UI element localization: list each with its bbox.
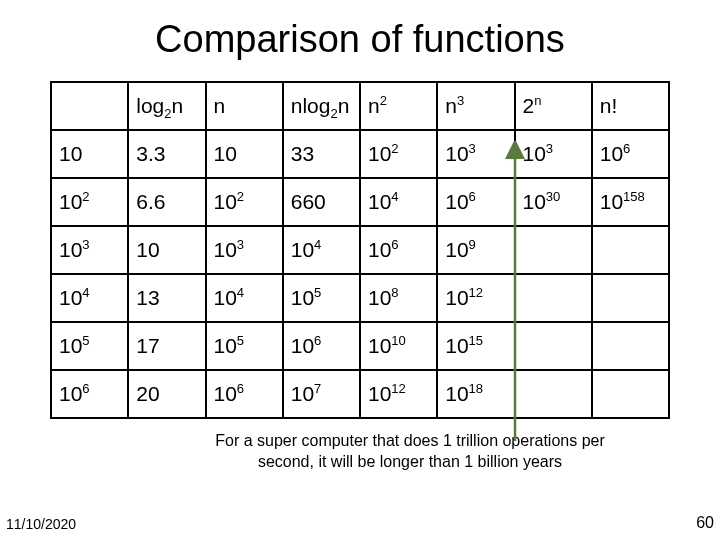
complexity-table: log2nnnlog2nn2n32nn!103.3103310210310310… [50,81,670,419]
data-cell [515,226,592,274]
data-cell: 108 [360,274,437,322]
data-cell: 106 [437,178,514,226]
header-cell: nlog2n [283,82,360,130]
data-cell [592,226,669,274]
data-cell: 10 [128,226,205,274]
data-cell: 105 [206,322,283,370]
data-cell: 106 [283,322,360,370]
data-cell: 106 [592,130,669,178]
row-header-cell: 104 [51,274,128,322]
data-cell: 17 [128,322,205,370]
data-cell [515,274,592,322]
header-cell-blank [51,82,128,130]
data-cell: 1012 [437,274,514,322]
footer-date: 11/10/2020 [6,516,76,532]
data-cell: 10 [206,130,283,178]
data-cell: 1030 [515,178,592,226]
data-cell: 1010 [360,322,437,370]
data-cell: 102 [206,178,283,226]
row-header-cell: 10 [51,130,128,178]
row-header-cell: 105 [51,322,128,370]
data-cell: 1012 [360,370,437,418]
data-cell: 103 [515,130,592,178]
data-cell: 1015 [437,322,514,370]
data-cell [515,322,592,370]
data-cell: 33 [283,130,360,178]
table-row: 10310103104106109 [51,226,669,274]
data-cell: 103 [437,130,514,178]
header-cell: n2 [360,82,437,130]
data-cell: 20 [128,370,205,418]
data-cell [515,370,592,418]
data-cell: 103 [206,226,283,274]
caption-text: For a super computer that does 1 trillio… [0,419,720,473]
row-header-cell: 102 [51,178,128,226]
slide-title: Comparison of functions [0,0,720,81]
data-cell [592,274,669,322]
table-row: 104131041051081012 [51,274,669,322]
data-cell: 107 [283,370,360,418]
header-cell: n [206,82,283,130]
data-cell: 104 [360,178,437,226]
header-cell: n3 [437,82,514,130]
table-container: log2nnnlog2nn2n32nn!103.3103310210310310… [0,81,720,419]
data-cell: 106 [206,370,283,418]
data-cell: 102 [360,130,437,178]
footer-page-number: 60 [696,514,714,532]
table-row: 1051710510610101015 [51,322,669,370]
table-row: 1062010610710121018 [51,370,669,418]
data-cell: 109 [437,226,514,274]
header-cell: 2n [515,82,592,130]
data-cell [592,370,669,418]
data-cell: 106 [360,226,437,274]
table-row: 103.31033102103103106 [51,130,669,178]
data-cell: 13 [128,274,205,322]
data-cell: 10158 [592,178,669,226]
data-cell: 105 [283,274,360,322]
data-cell: 104 [283,226,360,274]
data-cell: 104 [206,274,283,322]
header-cell: n! [592,82,669,130]
data-cell [592,322,669,370]
table-header-row: log2nnnlog2nn2n32nn! [51,82,669,130]
data-cell: 3.3 [128,130,205,178]
row-header-cell: 106 [51,370,128,418]
data-cell: 6.6 [128,178,205,226]
data-cell: 1018 [437,370,514,418]
row-header-cell: 103 [51,226,128,274]
table-row: 1026.6102660104106103010158 [51,178,669,226]
header-cell: log2n [128,82,205,130]
data-cell: 660 [283,178,360,226]
